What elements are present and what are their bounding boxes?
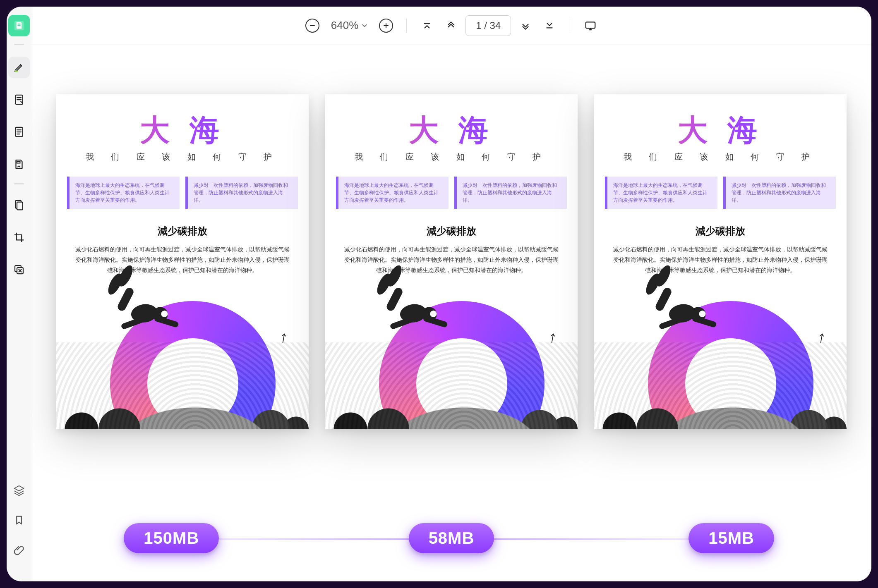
sidebar-fill-sign-icon[interactable] xyxy=(8,153,30,175)
sidebar-bottom xyxy=(8,480,30,569)
coral-image xyxy=(56,342,309,429)
illustration: ↑ xyxy=(325,272,578,429)
doc-subtitle: 我 们 应 该 如 何 守 护 xyxy=(336,151,567,163)
info-box-1: 海洋是地球上最大的生态系统，在气候调节、生物多样性保护、粮食供应和人类生计方面发… xyxy=(336,177,449,209)
size-badge-3: 15MB xyxy=(688,523,774,553)
app-window: 640% 1 / 34 xyxy=(7,7,871,581)
section-heading: 減少碳排放 xyxy=(336,225,567,238)
doc-title: 大 海 xyxy=(605,115,836,145)
pages-row: 大 海 我 们 应 该 如 何 守 护 海洋是地球上最大的生态系统，在气候调节、… xyxy=(56,94,847,429)
present-button[interactable] xyxy=(581,16,600,35)
section-heading: 減少碳排放 xyxy=(67,225,298,238)
zoom-in-button[interactable] xyxy=(377,16,396,35)
sidebar-stack-icon[interactable] xyxy=(8,259,30,280)
svg-rect-13 xyxy=(116,286,135,312)
sidebar-separator xyxy=(14,44,24,45)
svg-rect-21 xyxy=(385,286,404,312)
section-heading: 減少碳排放 xyxy=(605,225,836,238)
info-box-2: 减少对一次性塑料的依赖，加强废物回收和管理，防止塑料和其他形式的废物进入海洋。 xyxy=(723,177,836,209)
page-thumbnail-2[interactable]: 大 海 我 们 应 该 如 何 守 护 海洋是地球上最大的生态系统，在气候调节、… xyxy=(325,94,578,429)
illustration: ↑ xyxy=(594,272,847,429)
toolbar-divider-2 xyxy=(570,19,570,33)
sidebar-bookmark-icon[interactable] xyxy=(8,509,30,531)
diver-icon xyxy=(357,257,467,353)
zoom-value: 640% xyxy=(331,19,359,32)
coral-image xyxy=(594,342,847,429)
size-badge-2: 58MB xyxy=(409,523,494,553)
svg-rect-1 xyxy=(17,24,21,24)
page-thumbnail-3[interactable]: 大 海 我 们 应 该 如 何 守 护 海洋是地球上最大的生态系统，在气候调节、… xyxy=(594,94,847,429)
doc-title: 大 海 xyxy=(336,115,567,145)
page-thumbnail-1[interactable]: 大 海 我 们 应 该 如 何 守 护 海洋是地球上最大的生态系统，在气候调节、… xyxy=(56,94,309,429)
main-area: 640% 1 / 34 xyxy=(31,7,871,581)
info-box-2: 减少对一次性塑料的依赖，加强废物回收和管理，防止塑料和其他形式的废物进入海洋。 xyxy=(454,177,567,209)
page-number-input[interactable]: 1 / 34 xyxy=(465,15,511,36)
info-box-1: 海洋是地球上最大的生态系统，在气候调节、生物多样性保护、粮食供应和人类生计方面发… xyxy=(605,177,717,209)
info-boxes: 海洋是地球上最大的生态系统，在气候调节、生物多样性保护、粮食供应和人类生计方面发… xyxy=(67,177,298,209)
toolbar-divider xyxy=(406,19,407,33)
doc-subtitle: 我 们 应 该 如 何 守 护 xyxy=(605,151,836,163)
diver-icon xyxy=(88,257,198,353)
sidebar-crop-icon[interactable] xyxy=(8,227,30,248)
sidebar-separator-2 xyxy=(14,183,24,184)
diver-icon xyxy=(626,257,736,353)
doc-title: 大 海 xyxy=(67,115,298,145)
app-logo-icon[interactable] xyxy=(8,15,30,36)
sidebar-notes-icon[interactable] xyxy=(8,89,30,110)
illustration: ↑ xyxy=(56,272,309,429)
coral-image xyxy=(325,342,578,429)
zoom-out-button[interactable] xyxy=(303,16,322,35)
sidebar-highlighter-icon[interactable] xyxy=(8,57,30,78)
page-number-value: 1 / 34 xyxy=(476,20,501,31)
sidebar-attachment-icon[interactable] xyxy=(8,539,30,561)
next-page-button[interactable] xyxy=(516,16,535,35)
last-page-button[interactable] xyxy=(540,16,559,35)
svg-rect-2 xyxy=(17,25,21,26)
svg-rect-29 xyxy=(654,286,673,312)
info-boxes: 海洋是地球上最大的生态系统，在气候调节、生物多样性保护、粮食供应和人类生计方面发… xyxy=(336,177,567,209)
info-box-1: 海洋是地球上最大的生态系统，在气候调节、生物多样性保护、粮食供应和人类生计方面发… xyxy=(67,177,180,209)
sidebar xyxy=(7,7,31,581)
size-badge-1: 150MB xyxy=(124,523,219,553)
first-page-button[interactable] xyxy=(417,16,437,35)
svg-rect-7 xyxy=(17,202,23,210)
sidebar-outline-icon[interactable] xyxy=(8,121,30,143)
doc-subtitle: 我 们 应 该 如 何 守 护 xyxy=(67,151,298,163)
sidebar-page-edit-icon[interactable] xyxy=(8,194,30,216)
top-toolbar: 640% 1 / 34 xyxy=(31,7,871,45)
chevron-down-icon xyxy=(362,23,367,29)
sidebar-layers-icon[interactable] xyxy=(8,480,30,501)
size-badges: 150MB 58MB 15MB xyxy=(31,523,871,553)
prev-page-button[interactable] xyxy=(441,16,461,35)
info-box-2: 减少对一次性塑料的依赖，加强废物回收和管理，防止塑料和其他形式的废物进入海洋。 xyxy=(185,177,298,209)
canvas[interactable]: 大 海 我 们 应 该 如 何 守 护 海洋是地球上最大的生态系统，在气候调节、… xyxy=(31,45,871,581)
info-boxes: 海洋是地球上最大的生态系统，在气候调节、生物多样性保护、粮食供应和人类生计方面发… xyxy=(605,177,836,209)
svg-rect-5 xyxy=(17,162,20,163)
svg-rect-10 xyxy=(586,22,595,28)
zoom-level[interactable]: 640% xyxy=(327,19,372,32)
